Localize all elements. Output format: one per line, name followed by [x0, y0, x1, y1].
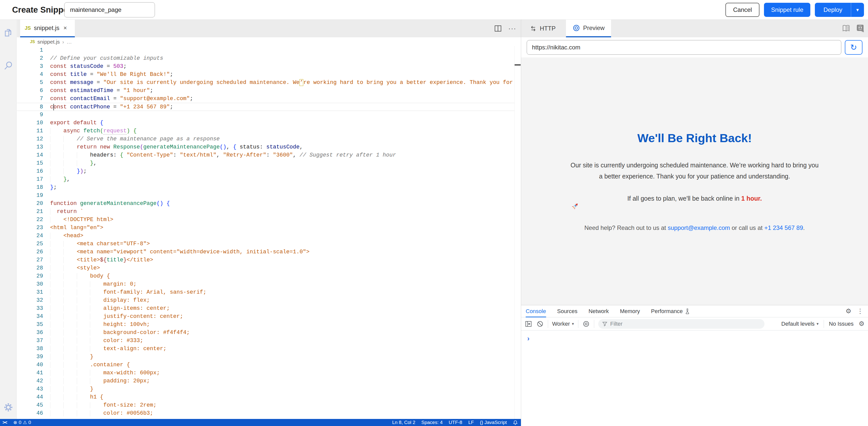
code-line[interactable]: 43 }: [17, 385, 521, 393]
line-number: 34: [17, 313, 43, 321]
code-line[interactable]: 34 justify-content: center;: [17, 313, 521, 321]
snippet-rule-button[interactable]: Snippet rule: [764, 3, 810, 17]
log-levels-dropdown[interactable]: Default levels ▾: [781, 321, 818, 327]
code-line[interactable]: 39 }: [17, 353, 521, 361]
code-line[interactable]: 30 margin: 0;: [17, 280, 521, 288]
code-line[interactable]: 13 return new Response(generateMaintenan…: [17, 143, 521, 151]
code-line[interactable]: 3const statusCode = 503;: [17, 62, 521, 70]
preview-viewport: We'll Be Right Back! Our site is current…: [521, 57, 868, 305]
code-line[interactable]: 35 height: 100vh;: [17, 321, 521, 329]
search-icon[interactable]: [3, 60, 13, 70]
code-line[interactable]: 7const contactEmail = "support@example.c…: [17, 95, 521, 103]
code-line[interactable]: 11 async fetch(request) {: [17, 127, 521, 135]
tab-console[interactable]: Console: [526, 305, 546, 317]
line-content: body {: [50, 272, 110, 280]
tab-performance[interactable]: Performance: [651, 305, 690, 317]
more-actions-icon[interactable]: ···: [508, 25, 516, 32]
remote-indicator-icon[interactable]: ><: [0, 419, 10, 426]
email-link[interactable]: support@example.com: [668, 224, 730, 231]
editor-scrollbar[interactable]: [514, 46, 521, 419]
code-line[interactable]: 24 <head>: [17, 232, 521, 240]
discord-icon[interactable]: [856, 24, 865, 33]
code-line[interactable]: 40 .container {: [17, 361, 521, 369]
code-line[interactable]: 6const estimatedTime = "1 hour";: [17, 87, 521, 95]
tab-preview[interactable]: Preview: [566, 20, 611, 37]
code-line[interactable]: 5const message = "Our site is currently …: [17, 79, 521, 87]
code-line[interactable]: 38 text-align: center;: [17, 345, 521, 353]
snippet-name-input[interactable]: [64, 2, 155, 18]
language-mode[interactable]: {} JavaScript: [477, 420, 510, 425]
code-line[interactable]: 28 <style>: [17, 264, 521, 272]
settings-gear-icon[interactable]: [3, 402, 13, 413]
console-sidebar-icon[interactable]: [525, 320, 532, 328]
indentation[interactable]: Spaces: 4: [418, 420, 446, 425]
docs-book-icon[interactable]: [842, 24, 850, 32]
line-content: }: [50, 353, 93, 361]
deploy-button[interactable]: Deploy: [815, 3, 851, 17]
code-line[interactable]: 46 color: #0056b3;: [17, 409, 521, 418]
cursor-position[interactable]: Ln 8, Col 2: [389, 420, 418, 425]
code-area[interactable]: 12// Define your customizable inputs3con…: [17, 46, 521, 419]
code-line[interactable]: 17 },: [17, 175, 521, 183]
console-filter-input[interactable]: Filter: [598, 319, 765, 329]
code-line[interactable]: 2// Define your customizable inputs: [17, 54, 521, 62]
encoding[interactable]: UTF-8: [445, 420, 465, 425]
problems-indicator[interactable]: ⊗ 0 ⚠ 0: [10, 419, 34, 426]
code-line[interactable]: 8const contactPhone = "+1 234 567 89";: [17, 103, 521, 111]
code-line[interactable]: 9: [17, 111, 521, 119]
code-line[interactable]: 15 },: [17, 159, 521, 167]
code-line[interactable]: 4const title = "We'll Be Right Back!";: [17, 70, 521, 79]
code-line[interactable]: 45 font-size: 2rem;: [17, 401, 521, 409]
breadcrumb-file[interactable]: snippet.js: [37, 39, 60, 45]
console-settings-gear-icon[interactable]: ⚙: [859, 320, 865, 328]
cancel-button[interactable]: Cancel: [725, 3, 760, 17]
issues-counter[interactable]: No Issues: [829, 321, 854, 327]
live-expression-eye-icon[interactable]: [582, 320, 590, 328]
code-line[interactable]: 29 body {: [17, 272, 521, 280]
code-line[interactable]: 21 return `: [17, 208, 521, 216]
code-line[interactable]: 31 font-family: Arial, sans-serif;: [17, 288, 521, 296]
code-line[interactable]: 42 padding: 20px;: [17, 377, 521, 385]
close-icon[interactable]: ×: [63, 24, 67, 31]
breadcrumb-more[interactable]: …: [66, 39, 72, 45]
split-editor-icon[interactable]: [494, 25, 502, 32]
url-input[interactable]: [527, 40, 841, 55]
code-line[interactable]: 27 <title>${title}</title>: [17, 256, 521, 264]
code-line[interactable]: 23<html lang="en">: [17, 224, 521, 232]
code-line[interactable]: 20function generateMaintenancePage() {: [17, 200, 521, 208]
files-icon[interactable]: [3, 28, 13, 38]
tab-http[interactable]: HTTP: [523, 20, 562, 37]
refresh-button[interactable]: ↻: [845, 40, 863, 55]
code-line[interactable]: 1: [17, 47, 521, 54]
code-line[interactable]: 18};: [17, 183, 521, 192]
code-line[interactable]: 19: [17, 192, 521, 200]
gear-icon[interactable]: ⚙: [845, 307, 851, 315]
code-line[interactable]: 33 align-items: center;: [17, 305, 521, 313]
code-line[interactable]: 44 h1 {: [17, 393, 521, 401]
phone-link[interactable]: +1 234 567 89: [764, 224, 803, 231]
breadcrumb[interactable]: JS snippet.js › …: [17, 37, 521, 46]
divider: [548, 320, 548, 328]
console-prompt-chevron[interactable]: ›: [527, 335, 529, 343]
context-selector[interactable]: Worker ▾: [552, 321, 574, 327]
code-line[interactable]: 36 background-color: #f4f4f4;: [17, 329, 521, 337]
eol-sequence[interactable]: LF: [465, 420, 477, 425]
code-line[interactable]: 10export default {: [17, 119, 521, 127]
code-line[interactable]: 25 <meta charset="UTF-8">: [17, 240, 521, 248]
tab-sources[interactable]: Sources: [557, 305, 578, 317]
clear-console-icon[interactable]: [536, 320, 544, 328]
kebab-menu-icon[interactable]: ⋮: [857, 307, 864, 315]
tab-memory[interactable]: Memory: [620, 305, 640, 317]
tab-snippet-js[interactable]: JS snippet.js ×: [20, 20, 75, 37]
code-line[interactable]: 22 <!DOCTYPE html>: [17, 216, 521, 224]
code-line[interactable]: 14 headers: { "Content-Type": "text/html…: [17, 151, 521, 159]
code-line[interactable]: 12 // Serve the maintenance page as a re…: [17, 135, 521, 143]
tab-network[interactable]: Network: [588, 305, 609, 317]
code-line[interactable]: 26 <meta name="viewport" content="width=…: [17, 248, 521, 256]
code-line[interactable]: 32 display: flex;: [17, 296, 521, 305]
code-line[interactable]: 16 });: [17, 167, 521, 175]
code-line[interactable]: 41 max-width: 600px;: [17, 369, 521, 377]
code-line[interactable]: 37 color: #333;: [17, 337, 521, 345]
deploy-dropdown-button[interactable]: ▾: [851, 3, 864, 17]
notifications-bell-icon[interactable]: [510, 420, 521, 425]
